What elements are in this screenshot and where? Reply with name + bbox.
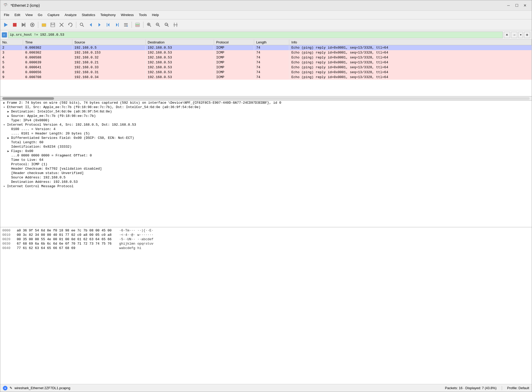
detail-line[interactable]: Source Address: 192.168.0.5 — [0, 175, 532, 180]
cell-length: 74 — [254, 45, 289, 50]
menu-help[interactable]: Help — [149, 12, 162, 18]
separator-3 — [132, 22, 132, 28]
detail-line[interactable]: Header Checksum: 0x7702 [validation disa… — [0, 167, 532, 171]
scrollbar-thumb[interactable] — [2, 97, 54, 100]
detail-line[interactable]: ▶Source: Apple_ee:7c:7b (f0:18:98:ee:7c:… — [0, 114, 532, 118]
reload-file-button[interactable] — [66, 21, 74, 29]
filter-arrow-button[interactable]: → — [511, 32, 517, 38]
detail-line[interactable]: ▾Internet Control Message Protocol — [0, 184, 532, 189]
detail-line[interactable]: ▾Ethernet II, Src: Apple_ee:7c:7b (f0:18… — [0, 105, 532, 109]
scrollbar-track[interactable] — [2, 97, 530, 100]
col-header-info[interactable]: Info — [289, 40, 532, 45]
find-packet-button[interactable] — [78, 21, 86, 29]
hex-dump-panel[interactable]: 0000a0 36 9f 54 6d 0e f0 18 98 ee 7c 7b … — [0, 227, 532, 384]
detail-line[interactable]: Total Length: 60 — [0, 140, 532, 145]
detail-line[interactable]: Destination Address: 192.168.0.53 — [0, 180, 532, 184]
prev-packet-button[interactable] — [87, 21, 95, 29]
start-capture-button[interactable] — [2, 21, 10, 29]
detail-line[interactable]: ...0 0000 0000 0000 = Fragment Offset: 0 — [0, 153, 532, 158]
table-row[interactable]: 40.000588192.168.0.32192.168.0.53ICMP74E… — [0, 55, 532, 60]
close-button[interactable]: ✕ — [521, 2, 529, 9]
col-header-no[interactable]: No. — [0, 40, 23, 45]
cell-no: 8 — [0, 70, 23, 75]
open-file-button[interactable] — [40, 21, 48, 29]
expand-icon[interactable]: ▾ — [2, 105, 6, 109]
menu-tools[interactable]: Tools — [136, 12, 149, 18]
restart-capture-button[interactable] — [19, 21, 28, 29]
col-header-time[interactable]: Time — [23, 40, 72, 45]
detail-text: [Header checksum status: Unverified] — [11, 171, 84, 175]
autoscroll-button[interactable] — [122, 21, 130, 29]
expand-icon[interactable]: ▶ — [6, 110, 10, 113]
expand-icon[interactable]: ▾ — [2, 123, 6, 126]
expand-icon[interactable]: ▶ — [6, 149, 10, 153]
menu-edit[interactable]: Edit — [12, 12, 23, 18]
minimize-button[interactable]: ─ — [505, 2, 512, 9]
packet-list[interactable]: No. Time Source Destination Protocol Len… — [0, 40, 532, 96]
svg-rect-10 — [51, 25, 54, 27]
next-packet-button[interactable] — [95, 21, 104, 29]
expand-icon[interactable]: ▶ — [6, 136, 10, 140]
cell-destination: 192.168.0.53 — [146, 65, 214, 70]
status-separator — [502, 386, 502, 390]
col-header-destination[interactable]: Destination — [146, 40, 214, 45]
menu-capture[interactable]: Capture — [45, 12, 62, 18]
detail-line[interactable]: ▶Flags: 0x00 — [0, 149, 532, 153]
menu-wireless[interactable]: Wireless — [118, 12, 136, 18]
table-row[interactable]: 90.000708192.168.0.34192.168.0.53ICMP74E… — [0, 75, 532, 80]
filter-clear-button[interactable]: ✕ — [504, 32, 510, 38]
zoom-in-button[interactable] — [145, 21, 153, 29]
detail-line[interactable]: ▾Internet Protocol Version 4, Src: 192.1… — [0, 123, 532, 127]
maximize-button[interactable]: ☐ — [513, 2, 520, 9]
detail-text: Internet Control Message Protocol — [7, 184, 73, 188]
detail-line[interactable]: .... 0101 = Header Length: 20 bytes (5) — [0, 131, 532, 136]
hex-line: 004077 61 62 63 64 65 66 67 68 69wabcdef… — [2, 246, 530, 250]
detail-line[interactable]: Time to Live: 64 — [0, 158, 532, 162]
detail-line[interactable]: ▶Frame 2: 74 bytes on wire (592 bits), 7… — [0, 101, 532, 105]
detail-line[interactable]: Type: IPv4 (0x0800) — [0, 118, 532, 123]
detail-line[interactable]: Identification: 0x8234 (33332) — [0, 145, 532, 149]
table-row[interactable]: 20.000302192.168.0.5192.168.0.53ICMP74Ec… — [0, 45, 532, 50]
scrollbar-area[interactable] — [0, 96, 532, 101]
cell-protocol: ICMP — [214, 70, 254, 75]
menu-file[interactable]: File — [1, 12, 12, 18]
expand-icon[interactable]: ▶ — [6, 114, 10, 118]
filter-dropdown-button[interactable]: ▾ — [518, 32, 523, 38]
detail-line[interactable]: 0100 .... = Version: 4 — [0, 127, 532, 131]
col-header-length[interactable]: Length — [254, 40, 289, 45]
col-header-protocol[interactable]: Protocol — [214, 40, 254, 45]
resize-columns-button[interactable] — [171, 21, 180, 29]
go-last-button[interactable] — [113, 21, 121, 29]
table-row[interactable]: 50.000639192.168.0.21192.168.0.53ICMP74E… — [0, 60, 532, 65]
zoom-normal-button[interactable]: 1:1 — [163, 21, 171, 29]
close-file-button[interactable] — [57, 21, 66, 29]
detail-line[interactable]: [Header checksum status: Unverified] — [0, 171, 532, 175]
options-button[interactable] — [28, 21, 36, 29]
table-row[interactable]: 60.000641192.168.0.33192.168.0.53ICMP74E… — [0, 65, 532, 70]
save-file-button[interactable] — [49, 21, 57, 29]
filter-input[interactable] — [8, 32, 503, 38]
packet-detail-panel[interactable]: ▶Frame 2: 74 bytes on wire (592 bits), 7… — [0, 101, 532, 227]
detail-line[interactable]: Protocol: ICMP (1) — [0, 162, 532, 167]
zoom-out-button[interactable] — [154, 21, 162, 29]
svg-marker-0 — [4, 23, 8, 27]
filter-add-button[interactable]: + — [524, 32, 530, 38]
menu-analyze[interactable]: Analyze — [62, 12, 79, 18]
menu-go[interactable]: Go — [35, 12, 45, 18]
go-first-button[interactable] — [104, 21, 112, 29]
table-row[interactable]: 80.000656192.168.0.31192.168.0.53ICMP74E… — [0, 70, 532, 75]
menu-statistics[interactable]: Statistics — [79, 12, 98, 18]
expand-icon[interactable]: ▶ — [2, 101, 6, 104]
menu-telephony[interactable]: Telephony — [98, 12, 118, 18]
colorize-button[interactable] — [133, 21, 142, 29]
detail-text: ...0 0000 0000 0000 = Fragment Offset: 0 — [11, 154, 92, 157]
detail-line[interactable]: ▶Destination: IntelCor_54:6d:0e (a0:36:9… — [0, 109, 532, 114]
table-row[interactable]: 30.000302192.168.0.153192.168.0.53ICMP74… — [0, 50, 532, 55]
hex-ascii: ghijklmn opqrstuv — [119, 242, 154, 246]
stop-capture-button[interactable] — [11, 21, 19, 29]
expand-icon[interactable]: ▾ — [2, 185, 6, 188]
detail-line[interactable]: ▶Differentiated Services Field: 0x00 (DS… — [0, 136, 532, 140]
col-header-source[interactable]: Source — [72, 40, 146, 45]
menu-view[interactable]: View — [23, 12, 35, 18]
cell-length: 74 — [254, 70, 289, 75]
